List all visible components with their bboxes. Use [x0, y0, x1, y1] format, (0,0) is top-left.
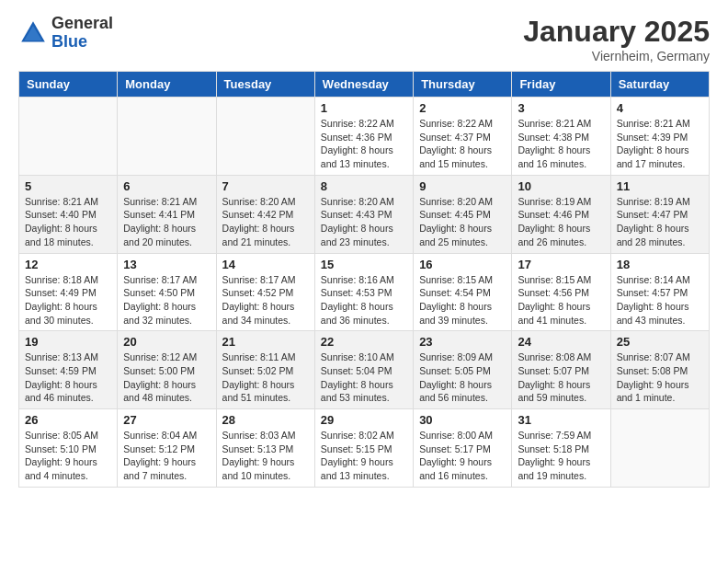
calendar-cell-w1-d6: 3Sunrise: 8:21 AM Sunset: 4:38 PM Daylig…	[512, 98, 610, 176]
day-info: Sunrise: 8:22 AM Sunset: 4:36 PM Dayligh…	[321, 117, 407, 171]
calendar-week-5: 26Sunrise: 8:05 AM Sunset: 5:10 PM Dayli…	[19, 409, 710, 488]
calendar-cell-w4-d4: 22Sunrise: 8:10 AM Sunset: 5:04 PM Dayli…	[314, 331, 413, 409]
day-info: Sunrise: 8:20 AM Sunset: 4:43 PM Dayligh…	[321, 195, 407, 249]
logo-blue: Blue	[51, 33, 113, 52]
day-info: Sunrise: 8:03 AM Sunset: 5:13 PM Dayligh…	[222, 429, 309, 483]
calendar-week-3: 12Sunrise: 8:18 AM Sunset: 4:49 PM Dayli…	[19, 253, 710, 331]
day-number: 12	[25, 258, 111, 271]
calendar-week-1: 1Sunrise: 8:22 AM Sunset: 4:36 PM Daylig…	[19, 98, 710, 176]
header-tuesday: Tuesday	[216, 72, 314, 98]
location: Viernheim, Germany	[523, 49, 710, 63]
day-info: Sunrise: 8:15 AM Sunset: 4:54 PM Dayligh…	[419, 273, 506, 327]
day-number: 18	[617, 258, 703, 271]
day-number: 23	[419, 335, 506, 349]
calendar-cell-w2-d4: 8Sunrise: 8:20 AM Sunset: 4:43 PM Daylig…	[314, 175, 413, 253]
calendar-cell-w5-d2: 27Sunrise: 8:04 AM Sunset: 5:12 PM Dayli…	[118, 409, 216, 488]
day-info: Sunrise: 8:10 AM Sunset: 5:04 PM Dayligh…	[321, 350, 407, 405]
day-number: 3	[518, 101, 604, 115]
calendar-cell-w5-d7	[610, 409, 709, 488]
header-monday: Monday	[118, 72, 216, 98]
calendar-cell-w4-d6: 24Sunrise: 8:08 AM Sunset: 5:07 PM Dayli…	[512, 331, 610, 409]
day-info: Sunrise: 8:21 AM Sunset: 4:40 PM Dayligh…	[25, 195, 111, 249]
calendar-cell-w1-d2	[118, 98, 216, 176]
day-number: 19	[25, 335, 111, 349]
day-number: 8	[321, 179, 407, 193]
day-info: Sunrise: 8:14 AM Sunset: 4:57 PM Dayligh…	[617, 273, 703, 327]
day-info: Sunrise: 8:09 AM Sunset: 5:05 PM Dayligh…	[419, 350, 506, 405]
day-number: 21	[222, 335, 309, 349]
calendar-header-row: Sunday Monday Tuesday Wednesday Thursday…	[19, 72, 710, 98]
calendar-cell-w1-d1	[19, 98, 118, 176]
day-number: 9	[419, 179, 506, 193]
calendar-cell-w5-d3: 28Sunrise: 8:03 AM Sunset: 5:13 PM Dayli…	[216, 409, 314, 488]
calendar-cell-w5-d5: 30Sunrise: 8:00 AM Sunset: 5:17 PM Dayli…	[414, 409, 512, 488]
calendar-week-2: 5Sunrise: 8:21 AM Sunset: 4:40 PM Daylig…	[19, 175, 710, 253]
day-info: Sunrise: 8:17 AM Sunset: 4:50 PM Dayligh…	[123, 273, 210, 327]
day-number: 11	[617, 179, 703, 193]
calendar-wrapper: Sunday Monday Tuesday Wednesday Thursday…	[0, 71, 728, 497]
day-info: Sunrise: 8:21 AM Sunset: 4:41 PM Dayligh…	[123, 195, 210, 249]
calendar-cell-w2-d6: 10Sunrise: 8:19 AM Sunset: 4:46 PM Dayli…	[512, 175, 610, 253]
day-info: Sunrise: 8:19 AM Sunset: 4:46 PM Dayligh…	[518, 195, 604, 249]
day-number: 10	[518, 179, 604, 193]
calendar-cell-w4-d3: 21Sunrise: 8:11 AM Sunset: 5:02 PM Dayli…	[216, 331, 314, 409]
calendar-cell-w1-d4: 1Sunrise: 8:22 AM Sunset: 4:36 PM Daylig…	[314, 98, 413, 176]
calendar-cell-w3-d5: 16Sunrise: 8:15 AM Sunset: 4:54 PM Dayli…	[414, 253, 512, 331]
day-number: 24	[518, 335, 604, 349]
day-number: 30	[419, 413, 506, 427]
day-number: 2	[419, 101, 506, 115]
calendar-cell-w4-d1: 19Sunrise: 8:13 AM Sunset: 4:59 PM Dayli…	[19, 331, 118, 409]
day-number: 22	[321, 335, 407, 349]
day-number: 4	[617, 101, 703, 115]
header-wednesday: Wednesday	[314, 72, 413, 98]
calendar-cell-w3-d6: 17Sunrise: 8:15 AM Sunset: 4:56 PM Dayli…	[512, 253, 610, 331]
day-number: 20	[123, 335, 210, 349]
day-number: 5	[25, 179, 111, 193]
day-info: Sunrise: 8:16 AM Sunset: 4:53 PM Dayligh…	[321, 273, 407, 327]
day-number: 17	[518, 258, 604, 271]
calendar-cell-w4-d5: 23Sunrise: 8:09 AM Sunset: 5:05 PM Dayli…	[414, 331, 512, 409]
day-info: Sunrise: 8:15 AM Sunset: 4:56 PM Dayligh…	[518, 273, 604, 327]
day-number: 27	[123, 413, 210, 427]
calendar-cell-w4-d7: 25Sunrise: 8:07 AM Sunset: 5:08 PM Dayli…	[610, 331, 709, 409]
day-number: 1	[321, 101, 407, 115]
logo-icon	[18, 18, 48, 48]
day-info: Sunrise: 8:08 AM Sunset: 5:07 PM Dayligh…	[518, 350, 604, 405]
day-info: Sunrise: 8:07 AM Sunset: 5:08 PM Dayligh…	[617, 350, 703, 405]
calendar-table: Sunday Monday Tuesday Wednesday Thursday…	[18, 71, 710, 488]
calendar-cell-w3-d3: 14Sunrise: 8:17 AM Sunset: 4:52 PM Dayli…	[216, 253, 314, 331]
day-number: 14	[222, 258, 309, 271]
calendar-cell-w5-d4: 29Sunrise: 8:02 AM Sunset: 5:15 PM Dayli…	[314, 409, 413, 488]
header-friday: Friday	[512, 72, 610, 98]
logo-general: General	[51, 15, 113, 33]
day-info: Sunrise: 8:22 AM Sunset: 4:37 PM Dayligh…	[419, 117, 506, 171]
calendar-cell-w2-d7: 11Sunrise: 8:19 AM Sunset: 4:47 PM Dayli…	[610, 175, 709, 253]
day-number: 7	[222, 179, 309, 193]
calendar-cell-w1-d5: 2Sunrise: 8:22 AM Sunset: 4:37 PM Daylig…	[414, 98, 512, 176]
logo-text: General Blue	[51, 15, 113, 52]
day-info: Sunrise: 8:20 AM Sunset: 4:42 PM Dayligh…	[222, 195, 309, 249]
calendar-cell-w2-d3: 7Sunrise: 8:20 AM Sunset: 4:42 PM Daylig…	[216, 175, 314, 253]
day-number: 15	[321, 258, 407, 271]
calendar-cell-w3-d2: 13Sunrise: 8:17 AM Sunset: 4:50 PM Dayli…	[118, 253, 216, 331]
header-saturday: Saturday	[610, 72, 709, 98]
calendar-cell-w2-d5: 9Sunrise: 8:20 AM Sunset: 4:45 PM Daylig…	[414, 175, 512, 253]
day-info: Sunrise: 8:19 AM Sunset: 4:47 PM Dayligh…	[617, 195, 703, 249]
day-number: 31	[518, 413, 604, 427]
day-number: 16	[419, 258, 506, 271]
day-info: Sunrise: 8:20 AM Sunset: 4:45 PM Dayligh…	[419, 195, 506, 249]
day-info: Sunrise: 8:13 AM Sunset: 4:59 PM Dayligh…	[25, 350, 111, 405]
logo: General Blue	[18, 15, 113, 52]
day-number: 6	[123, 179, 210, 193]
day-info: Sunrise: 8:17 AM Sunset: 4:52 PM Dayligh…	[222, 273, 309, 327]
day-info: Sunrise: 8:21 AM Sunset: 4:39 PM Dayligh…	[617, 117, 703, 171]
header-sunday: Sunday	[19, 72, 118, 98]
calendar-cell-w2-d1: 5Sunrise: 8:21 AM Sunset: 4:40 PM Daylig…	[19, 175, 118, 253]
day-info: Sunrise: 8:05 AM Sunset: 5:10 PM Dayligh…	[25, 429, 111, 483]
calendar-cell-w5-d1: 26Sunrise: 8:05 AM Sunset: 5:10 PM Dayli…	[19, 409, 118, 488]
day-info: Sunrise: 8:18 AM Sunset: 4:49 PM Dayligh…	[25, 273, 111, 327]
page-header: General Blue January 2025 Viernheim, Ger…	[0, 0, 728, 71]
day-info: Sunrise: 8:21 AM Sunset: 4:38 PM Dayligh…	[518, 117, 604, 171]
calendar-cell-w3-d1: 12Sunrise: 8:18 AM Sunset: 4:49 PM Dayli…	[19, 253, 118, 331]
day-number: 13	[123, 258, 210, 271]
